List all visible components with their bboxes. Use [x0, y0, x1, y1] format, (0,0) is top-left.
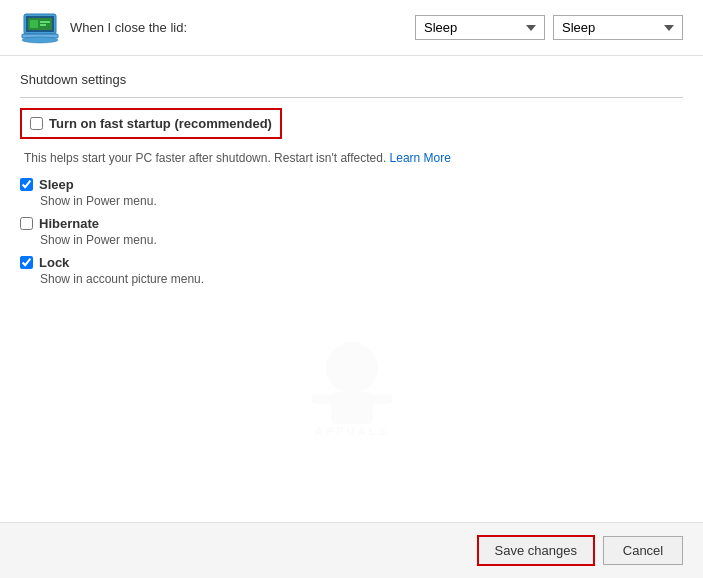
sleep-checkbox[interactable]	[20, 178, 33, 191]
svg-rect-13	[312, 395, 332, 403]
bottom-bar: Save changes Cancel	[0, 522, 703, 578]
learn-more-link[interactable]: Learn More	[390, 151, 451, 165]
dropdown-group: Sleep Do nothing Hibernate Shut down Tur…	[415, 15, 683, 40]
section-divider	[20, 97, 683, 98]
watermark-area: APPUALS	[20, 294, 683, 474]
sleep-setting: Sleep Show in Power menu.	[20, 177, 683, 208]
cancel-button[interactable]: Cancel	[603, 536, 683, 565]
main-window: When I close the lid: Sleep Do nothing H…	[0, 0, 703, 578]
battery-dropdown[interactable]: Sleep Do nothing Hibernate Shut down Tur…	[415, 15, 545, 40]
hibernate-checkbox[interactable]	[20, 217, 33, 230]
lock-desc: Show in account picture menu.	[40, 272, 683, 286]
lid-close-section: When I close the lid: Sleep Do nothing H…	[0, 0, 703, 56]
lock-checkbox[interactable]	[20, 256, 33, 269]
sleep-header: Sleep	[20, 177, 683, 192]
svg-rect-14	[372, 395, 392, 403]
svg-text:APPUALS: APPUALS	[315, 425, 389, 437]
laptop-icon	[20, 10, 60, 45]
hibernate-desc: Show in Power menu.	[40, 233, 683, 247]
svg-rect-6	[40, 21, 50, 23]
svg-rect-12	[332, 393, 372, 423]
svg-rect-7	[40, 24, 46, 26]
lock-label[interactable]: Lock	[39, 255, 69, 270]
lock-header: Lock	[20, 255, 683, 270]
lid-label: When I close the lid:	[70, 20, 405, 35]
fast-startup-help: This helps start your PC faster after sh…	[24, 151, 683, 165]
fast-startup-checkbox[interactable]	[30, 117, 43, 130]
hibernate-setting: Hibernate Show in Power menu.	[20, 216, 683, 247]
sleep-label[interactable]: Sleep	[39, 177, 74, 192]
save-button[interactable]: Save changes	[477, 535, 595, 566]
sleep-desc: Show in Power menu.	[40, 194, 683, 208]
hibernate-label[interactable]: Hibernate	[39, 216, 99, 231]
watermark: APPUALS	[252, 323, 452, 445]
lock-setting: Lock Show in account picture menu.	[20, 255, 683, 286]
fast-startup-label[interactable]: Turn on fast startup (recommended)	[49, 116, 272, 131]
section-title: Shutdown settings	[20, 72, 683, 87]
pluggedin-dropdown[interactable]: Sleep Do nothing Hibernate Shut down Tur…	[553, 15, 683, 40]
svg-point-3	[22, 37, 58, 43]
hibernate-header: Hibernate	[20, 216, 683, 231]
fast-startup-box: Turn on fast startup (recommended)	[20, 108, 282, 139]
svg-rect-5	[30, 20, 38, 28]
shutdown-settings-section: Shutdown settings Turn on fast startup (…	[0, 56, 703, 522]
